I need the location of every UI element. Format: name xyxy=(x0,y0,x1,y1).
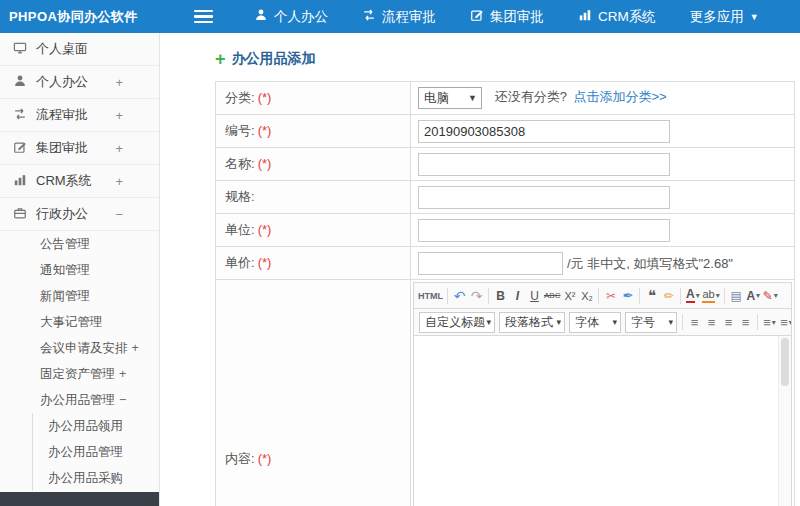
chevron-down-icon: ▾ xyxy=(789,318,792,327)
code-control-cell xyxy=(411,115,795,148)
sidebar-item-group-approval[interactable]: 集团审批 + xyxy=(0,132,159,165)
undo-button[interactable]: ↶ xyxy=(451,286,468,306)
edit-icon xyxy=(13,140,36,157)
sidebar-item-admin-office[interactable]: 行政办公 − xyxy=(0,198,159,231)
html-source-button[interactable]: HTML xyxy=(417,286,444,306)
text-style-button[interactable]: A▾ xyxy=(745,286,762,306)
required-mark: (*) xyxy=(258,222,272,237)
insert-table-button[interactable]: ▤ xyxy=(728,286,745,306)
toolbar-divider xyxy=(680,288,681,304)
sidebar-item-supplies-purchase[interactable]: 办公用品采购 xyxy=(33,465,159,491)
app-logo: PHPOA协同办公软件 xyxy=(0,8,158,26)
strikethrough-button[interactable]: ABC xyxy=(543,286,561,306)
top-nav: 个人办公 流程审批 集团审批 CRM系统 更多应用 ▼ xyxy=(237,0,776,33)
text-style-glyph: A xyxy=(746,289,755,303)
italic-button[interactable]: I xyxy=(509,286,526,306)
sidebar-item-label: 行政办公 xyxy=(36,205,88,223)
align-left-button[interactable]: ≡ xyxy=(686,312,703,332)
paragraph-format-select[interactable]: 段落格式▾ xyxy=(499,312,565,333)
font-select-value: 字体 xyxy=(575,314,599,331)
content-control-cell: HTML ↶ ↷ B I U ABC X² X₂ ✂ ✒ xyxy=(411,280,795,506)
nav-workflow-approval[interactable]: 流程审批 xyxy=(345,0,453,33)
collapse-marker: − xyxy=(115,207,123,222)
sidebar-item-office-supplies-mgmt[interactable]: 办公用品管理 − xyxy=(0,387,159,413)
subscript-button[interactable]: X₂ xyxy=(578,286,595,306)
sidebar-item-fixed-assets-mgmt[interactable]: 固定资产管理 + xyxy=(0,361,159,387)
chevron-down-icon: ▾ xyxy=(716,291,720,300)
sidebar-item-personal-office[interactable]: 个人办公 + xyxy=(0,66,159,99)
sidebar-item-label: 流程审批 xyxy=(36,106,88,124)
name-input[interactable] xyxy=(418,153,670,176)
price-input[interactable] xyxy=(418,252,563,275)
bold-button[interactable]: B xyxy=(492,286,509,306)
heading-select[interactable]: 自定义标题▾ xyxy=(419,312,495,333)
name-control-cell xyxy=(411,148,795,181)
font-size-select[interactable]: 字号▾ xyxy=(625,312,677,333)
toolbar-divider xyxy=(639,288,640,304)
nav-group-approval[interactable]: 集团审批 xyxy=(453,0,561,33)
required-mark: (*) xyxy=(258,156,272,171)
price-control-cell: /元 非中文, 如填写格式"2.68" xyxy=(411,247,795,280)
nav-crm-system[interactable]: CRM系统 xyxy=(561,0,673,33)
page-header: + 办公用品添加 xyxy=(215,50,800,68)
toolbar-divider xyxy=(598,288,599,304)
content-label-cell: 内容:(*) xyxy=(216,280,411,506)
sidebar-item-label: CRM系统 xyxy=(36,172,92,190)
sidebar-item-supplies-claim[interactable]: 办公用品领用 xyxy=(33,413,159,439)
category-select[interactable]: 电脑 ▼ xyxy=(418,87,482,109)
code-input[interactable] xyxy=(418,120,670,143)
nav-more-apps[interactable]: 更多应用 ▼ xyxy=(673,0,776,33)
expand-marker: + xyxy=(115,75,123,90)
font-color-button[interactable]: A▾ xyxy=(684,286,701,306)
pen-dropdown-button[interactable]: ✎▾ xyxy=(762,286,779,306)
unit-input[interactable] xyxy=(418,219,670,242)
caret-down-icon: ▼ xyxy=(750,12,759,22)
clear-format-button[interactable]: ✂ xyxy=(602,286,619,306)
required-mark: (*) xyxy=(258,255,272,270)
chevron-down-icon: ▾ xyxy=(696,291,700,300)
background-color-button[interactable]: ab▾ xyxy=(701,286,720,306)
redo-button[interactable]: ↷ xyxy=(468,286,485,306)
add-category-link[interactable]: 点击添加分类>> xyxy=(573,89,666,104)
underline-button[interactable]: U xyxy=(526,286,543,306)
sidebar-item-label: 个人桌面 xyxy=(36,40,88,58)
sidebar-item-announcement-mgmt[interactable]: 公告管理 xyxy=(0,231,159,257)
sidebar-item-notice-mgmt[interactable]: 通知管理 xyxy=(0,257,159,283)
chart-icon xyxy=(578,8,598,25)
menu-icon[interactable] xyxy=(194,10,213,23)
heading-select-value: 自定义标题 xyxy=(425,314,485,331)
toolbar-divider xyxy=(682,314,683,330)
scrollbar-thumb[interactable] xyxy=(781,338,789,386)
form-row-category: 分类:(*) 电脑 ▼ 还没有分类? 点击添加分类>> xyxy=(216,82,795,115)
sidebar-selected-strip[interactable] xyxy=(0,492,159,506)
price-label-cell: 单价:(*) xyxy=(216,247,411,280)
unit-control-cell xyxy=(411,214,795,247)
expand-marker: + xyxy=(115,141,123,156)
editor-scrollbar[interactable] xyxy=(778,336,791,506)
price-suffix: /元 非中文, 如填写格式"2.68" xyxy=(567,256,733,271)
sidebar-item-supplies-manage[interactable]: 办公用品管理 xyxy=(33,439,159,465)
blockquote-button[interactable]: ❝ xyxy=(643,286,660,306)
ordered-list-button[interactable]: ≡▾ xyxy=(761,312,778,332)
format-brush-button[interactable]: ✒ xyxy=(619,286,636,306)
sidebar-item-crm-system[interactable]: CRM系统 + xyxy=(0,165,159,198)
spec-input[interactable] xyxy=(418,186,670,209)
font-family-select[interactable]: 字体▾ xyxy=(569,312,621,333)
sidebar-item-events-mgmt[interactable]: 大事记管理 xyxy=(0,309,159,335)
nav-personal-office[interactable]: 个人办公 xyxy=(237,0,345,33)
sidebar-item-workflow-approval[interactable]: 流程审批 + xyxy=(0,99,159,132)
editor-content[interactable] xyxy=(413,336,792,506)
superscript-button[interactable]: X² xyxy=(561,286,578,306)
sidebar-item-meeting-request[interactable]: 会议申请及安排 + xyxy=(0,335,159,361)
align-justify-button[interactable]: ≡ xyxy=(737,312,754,332)
align-right-button[interactable]: ≡ xyxy=(720,312,737,332)
desktop-icon xyxy=(13,41,36,58)
category-control-cell: 电脑 ▼ 还没有分类? 点击添加分类>> xyxy=(411,82,795,115)
field-label: 内容: xyxy=(225,451,255,466)
sidebar-item-label: 办公用品领用 xyxy=(48,418,123,435)
sidebar-item-news-mgmt[interactable]: 新闻管理 xyxy=(0,283,159,309)
unordered-list-button[interactable]: ≡▾ xyxy=(778,312,792,332)
align-center-button[interactable]: ≡ xyxy=(703,312,720,332)
pen-button[interactable]: ✏ xyxy=(660,286,677,306)
sidebar-item-personal-desktop[interactable]: 个人桌面 xyxy=(0,33,159,66)
